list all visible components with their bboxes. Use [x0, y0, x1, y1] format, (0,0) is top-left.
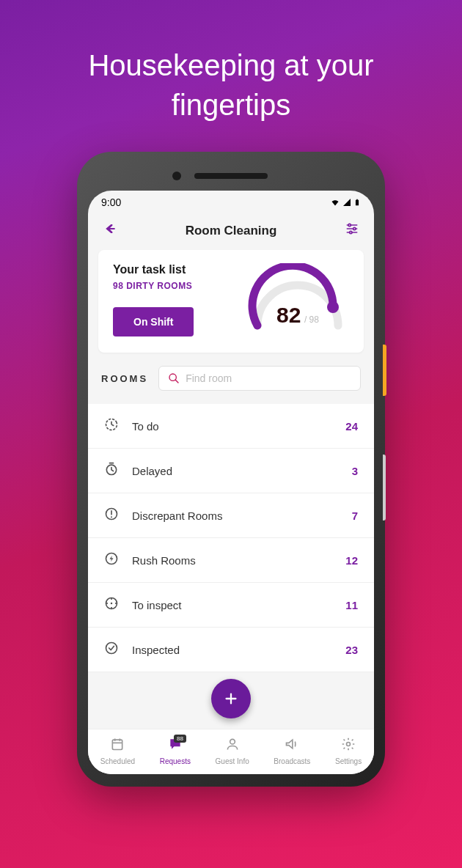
rooms-section-label: ROOMS	[101, 373, 148, 384]
megaphone-icon	[285, 737, 299, 755]
list-item-inspect[interactable]: To inspect 11	[88, 583, 374, 628]
status-bar: 9:00	[88, 191, 374, 211]
signal-icon	[342, 198, 352, 207]
nav-guest[interactable]: Guest Info	[216, 737, 249, 765]
back-icon[interactable]	[101, 221, 119, 240]
on-shift-button[interactable]: On Shift	[113, 307, 194, 336]
search-box[interactable]	[158, 366, 361, 391]
svg-point-1	[353, 227, 356, 229]
list-item-inspected[interactable]: Inspected 23	[88, 628, 374, 672]
list-count: 7	[352, 510, 358, 522]
task-card-subtitle: 98 DIRTY ROOMS	[113, 281, 232, 291]
phone-side-button2	[383, 455, 386, 521]
nav-label: Requests	[160, 757, 191, 765]
requests-badge: 88	[174, 735, 186, 743]
phone-speaker	[194, 173, 268, 179]
battery-icon	[353, 197, 361, 207]
list-label: To do	[132, 420, 345, 433]
nav-settings[interactable]: Settings	[335, 737, 362, 765]
nav-label: Broadcasts	[274, 757, 310, 765]
filter-icon[interactable]	[343, 221, 361, 240]
bottom-nav: Scheduled 88 Requests Guest Info Broadc	[88, 729, 374, 774]
gauge-max: / 98	[304, 315, 319, 325]
list-count: 11	[345, 599, 358, 611]
list-label: Discrepant Rooms	[132, 510, 352, 522]
svg-point-10	[111, 516, 112, 518]
nav-scheduled[interactable]: Scheduled	[100, 737, 135, 765]
svg-point-2	[350, 231, 352, 233]
svg-point-18	[106, 643, 117, 654]
svg-line-5	[175, 380, 178, 383]
progress-gauge: 82 / 98	[246, 263, 349, 336]
inspect-icon	[104, 596, 120, 614]
svg-point-0	[348, 224, 351, 226]
calendar-icon	[110, 737, 125, 755]
phone-side-button	[383, 345, 386, 396]
gauge-value: 82	[276, 303, 301, 327]
list-item-rush[interactable]: Rush Rooms 12	[88, 538, 374, 583]
nav-label: Guest Info	[216, 757, 249, 765]
list-item-todo[interactable]: To do 24	[88, 404, 374, 449]
rooms-header: ROOMS	[88, 353, 374, 398]
user-icon	[225, 737, 240, 755]
plus-icon	[223, 691, 239, 707]
rush-icon	[104, 551, 120, 569]
nav-requests[interactable]: 88 Requests	[160, 737, 191, 765]
phone-frame: 9:00 Room Cleaning Your task list 98 DIR…	[79, 154, 383, 784]
list-item-discrepant[interactable]: Discrepant Rooms 7	[88, 493, 374, 538]
task-card: Your task list 98 DIRTY ROOMS On Shift 8…	[98, 250, 364, 353]
list-item-delayed[interactable]: Delayed 3	[88, 449, 374, 493]
wifi-icon	[330, 198, 340, 207]
gear-icon	[341, 737, 356, 755]
list-label: Rush Rooms	[132, 554, 345, 567]
phone-camera	[172, 172, 181, 180]
list-count: 23	[345, 644, 358, 656]
list-count: 24	[345, 420, 358, 433]
delayed-icon	[104, 462, 120, 479]
nav-broadcasts[interactable]: Broadcasts	[274, 737, 310, 765]
status-icons	[330, 197, 361, 207]
todo-icon	[104, 417, 120, 435]
nav-label: Settings	[335, 757, 362, 765]
alert-icon	[104, 507, 120, 524]
list-label: Inspected	[132, 644, 345, 656]
svg-rect-19	[113, 740, 122, 749]
check-icon	[104, 641, 120, 658]
app-header: Room Cleaning	[88, 211, 374, 250]
svg-point-17	[111, 603, 113, 605]
marketing-headline: Housekeeping at your fingertips	[0, 0, 462, 125]
app-screen: 9:00 Room Cleaning Your task list 98 DIR…	[88, 191, 374, 774]
status-time: 9:00	[101, 196, 121, 208]
page-title: Room Cleaning	[186, 224, 277, 238]
task-card-title: Your task list	[113, 263, 232, 276]
list-label: Delayed	[132, 465, 352, 477]
list-label: To inspect	[132, 599, 345, 611]
svg-point-24	[347, 743, 351, 746]
list-count: 3	[352, 465, 358, 477]
search-input[interactable]	[186, 372, 351, 384]
list-count: 12	[345, 554, 358, 567]
search-icon	[168, 372, 180, 384]
rooms-list: To do 24 Delayed 3 Discrepant Rooms 7	[88, 404, 374, 672]
add-button[interactable]	[211, 679, 251, 718]
nav-label: Scheduled	[100, 757, 135, 765]
svg-point-23	[230, 739, 235, 744]
